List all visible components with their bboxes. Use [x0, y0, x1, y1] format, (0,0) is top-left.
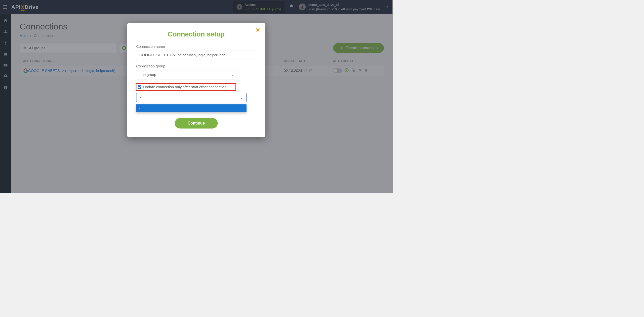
dependent-connection-value: - [140, 95, 141, 100]
connection-group-select[interactable]: - no group - ⌄ [136, 70, 237, 80]
chevron-down-icon: ⌄ [231, 73, 234, 77]
connection-group-value: - no group - [139, 73, 158, 77]
connection-name-label: Connection name [136, 45, 256, 49]
continue-button[interactable]: Continue [175, 118, 218, 128]
update-after-other-label: Update connection only after start other… [143, 85, 226, 89]
update-after-other-checkbox-row[interactable]: Update connection only after start other… [136, 84, 236, 91]
dependent-connection-option[interactable]: - [136, 104, 247, 112]
connection-name-input[interactable] [136, 51, 256, 60]
dependent-connection-select[interactable]: - ⌄ [136, 93, 247, 102]
modal-close-icon[interactable]: ✕ [256, 27, 260, 33]
modal-title: Connection setup [136, 30, 256, 38]
update-after-other-checkbox[interactable] [138, 85, 141, 89]
connection-setup-modal: ✕ Connection setup Connection name Conne… [127, 23, 265, 137]
connection-group-label: Connection group [136, 64, 256, 68]
chevron-down-icon: ⌄ [240, 95, 243, 100]
